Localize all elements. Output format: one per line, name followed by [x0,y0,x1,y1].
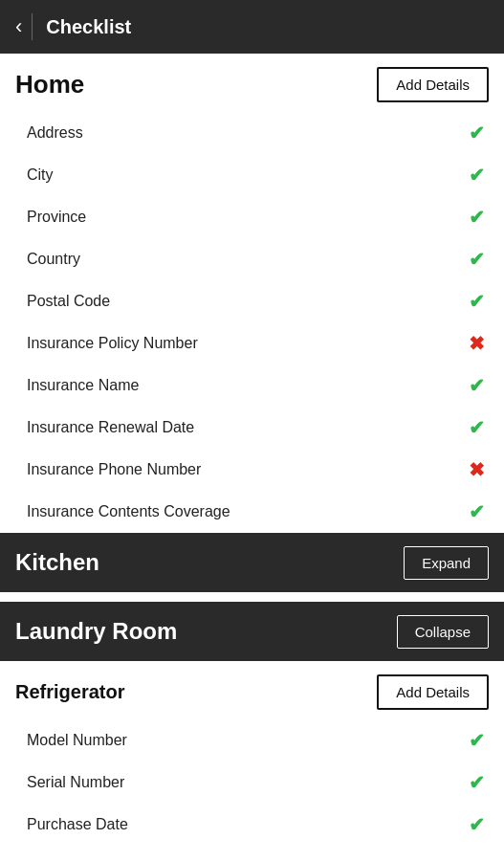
item-label: Insurance Name [27,377,139,394]
gap [0,592,504,602]
laundry-room-section-header: Laundry Room Collapse [0,602,504,661]
check-icon: ✔ [469,729,485,752]
check-icon: ✔ [469,290,485,313]
check-icon: ✔ [469,121,485,144]
refrigerator-title-row: Refrigerator Add Details [0,661,504,719]
check-icon: ✔ [469,500,485,523]
item-label: Model Number [27,732,127,749]
item-label: Insurance Phone Number [27,461,201,478]
laundry-room-collapse-button[interactable]: Collapse [397,615,489,649]
list-item: Country ✔ [0,238,504,280]
list-item: Serial Number ✔ [0,762,504,804]
page-title: Checklist [46,16,131,38]
list-item: City ✔ [0,154,504,196]
item-label: Insurance Renewal Date [27,419,194,436]
list-item: Insurance Phone Number ✖ [0,449,504,491]
list-item: Address ✔ [0,112,504,154]
kitchen-expand-button[interactable]: Expand [404,546,489,580]
refrigerator-subsection-title: Refrigerator [15,681,124,703]
item-label: Postal Code [27,293,110,310]
item-label: Country [27,251,80,268]
check-icon: ✔ [469,813,485,836]
item-label: Serial Number [27,774,124,791]
item-label: City [27,166,54,184]
kitchen-section-header: Kitchen Expand [0,533,504,592]
item-label: Purchase Date [27,816,128,833]
list-item: Insurance Name ✔ [0,364,504,407]
back-button[interactable]: ‹ [15,14,22,39]
check-icon: ✔ [469,248,485,271]
refrigerator-subsection: Refrigerator Add Details Model Number ✔ … [0,661,504,846]
list-item: Insurance Contents Coverage ✔ [0,491,504,533]
check-icon: ✔ [469,374,485,397]
item-label: Insurance Contents Coverage [27,503,230,520]
check-icon: ✔ [469,416,485,439]
list-item: Province ✔ [0,196,504,238]
home-section: Home Add Details Address ✔ City ✔ Provin… [0,54,504,533]
home-section-title: Home [15,70,84,99]
list-item: Model Number ✔ [0,719,504,762]
list-item: Purchase Date ✔ [0,804,504,846]
app-header: ‹ Checklist [0,0,504,54]
check-icon: ✔ [469,771,485,794]
laundry-room-section-title: Laundry Room [15,618,177,645]
list-item: Postal Code ✔ [0,280,504,322]
cross-icon: ✖ [469,332,485,355]
list-item: Insurance Policy Number ✖ [0,322,504,364]
header-divider [32,13,33,40]
list-item: Insurance Renewal Date ✔ [0,407,504,449]
cross-icon: ✖ [469,458,485,481]
item-label: Province [27,209,86,226]
item-label: Address [27,124,83,142]
refrigerator-add-details-button[interactable]: Add Details [377,674,489,710]
home-add-details-button[interactable]: Add Details [377,67,489,102]
home-title-row: Home Add Details [0,54,504,112]
item-label: Insurance Policy Number [27,335,198,352]
check-icon: ✔ [469,206,485,229]
kitchen-section-title: Kitchen [15,549,99,576]
check-icon: ✔ [469,164,485,187]
